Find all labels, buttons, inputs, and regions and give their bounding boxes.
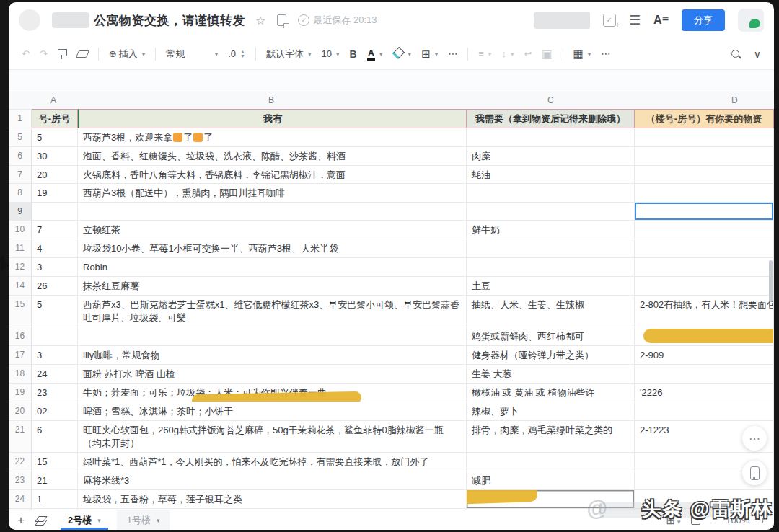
cell-c6[interactable]: 肉糜 <box>467 147 635 166</box>
header-cell-ineed[interactable]: 我需要（拿到物资后记得来删除哦） <box>467 109 635 128</box>
format-painter-icon[interactable] <box>58 52 67 56</box>
cell-a14[interactable]: 26 <box>32 277 78 296</box>
cell-a19[interactable]: 23 <box>32 384 78 402</box>
insert-button[interactable]: ⊕ 插入▾ <box>109 48 145 61</box>
bold-button[interactable]: B <box>350 48 357 60</box>
cell-d7[interactable] <box>635 166 774 185</box>
cell-a9[interactable] <box>32 203 78 221</box>
column-header-b[interactable]: B <box>268 95 274 105</box>
task-add-icon[interactable]: ✓ <box>603 14 616 27</box>
font-select[interactable]: 默认字体▾ <box>266 48 312 61</box>
cell-b5[interactable]: 西葫芦3根，欢迎来拿了了 <box>78 128 467 147</box>
wechat-icon[interactable] <box>738 9 764 32</box>
cell-c18[interactable]: 生姜 大葱 <box>467 365 635 384</box>
cell-b18[interactable]: 面粉 苏打水 啤酒 山楂 <box>78 365 467 384</box>
cell-b23[interactable]: 麻将米线*3 <box>78 471 467 490</box>
share-button[interactable]: 分享 <box>682 9 725 31</box>
font-color-button[interactable]: A▾ <box>367 48 383 61</box>
cell-c15[interactable]: 抽纸、大米、生姜、生辣椒 <box>467 296 635 328</box>
cell-c17[interactable]: 健身器材（哑铃弹力带之类） <box>467 346 635 365</box>
cell-a15[interactable]: 5 <box>32 296 78 328</box>
redo-icon[interactable]: ↷ <box>40 48 48 59</box>
cell-b21[interactable]: 旺旺夹心软面包，260g韩式拌饭海苔芝麻碎，50g干茉莉花茶，鲨鱼菲特0脂辣椒酱… <box>78 421 467 453</box>
cell-c9[interactable] <box>467 203 635 221</box>
cell-a6[interactable]: 30 <box>32 147 78 166</box>
cell-d5[interactable] <box>635 128 774 147</box>
cell-d15[interactable]: 2-802有抽纸，有大米！想要面包 <box>635 296 774 328</box>
column-header-d[interactable]: D <box>731 95 738 105</box>
header-cell-ihave[interactable]: 我有 <box>78 109 467 128</box>
cell-b14[interactable]: 抹茶红豆麻薯 <box>78 277 467 296</box>
cell-d8[interactable] <box>635 184 774 203</box>
cell-b9[interactable] <box>78 203 467 221</box>
header-cell-whohas[interactable]: （楼号-房号）有你要的物资 <box>635 109 774 128</box>
more-actions-fab[interactable]: ⋯ <box>742 426 767 451</box>
vertical-align-button[interactable]: ↕▾ <box>501 48 514 59</box>
collapse-toolbar-icon[interactable]: ∨ <box>754 48 761 60</box>
cell-d20[interactable] <box>635 402 774 421</box>
cell-b10[interactable]: 立顿红茶 <box>78 221 467 239</box>
cell-a5[interactable]: 5 <box>32 128 78 147</box>
decimal-stepper[interactable]: .0▲▼ <box>228 48 245 59</box>
cell-a16[interactable] <box>32 327 78 346</box>
cell-b7[interactable]: 火锅底料，香叶八角等大料，香锅底料，李锦记黑胡椒汁，意面 <box>78 166 467 185</box>
cell-b8[interactable]: 西葫芦3根（配送中），熏腊肉，隅田川挂耳咖啡 <box>78 184 467 203</box>
font-size-select[interactable]: 10▾ <box>322 48 340 59</box>
eraser-icon[interactable] <box>77 50 88 58</box>
cell-d11[interactable] <box>635 239 774 258</box>
menu-icon[interactable]: ☰ <box>629 12 641 28</box>
column-header-a[interactable]: A <box>50 95 56 105</box>
cell-d19[interactable]: '2226 <box>635 384 774 402</box>
cell-c10[interactable]: 鲜牛奶 <box>467 221 635 239</box>
cell-d10[interactable] <box>635 221 774 239</box>
sheet-tab-building2[interactable]: 2号楼▾ <box>58 510 111 530</box>
cell-b16[interactable] <box>78 327 467 346</box>
number-format-select[interactable]: 常规▾ <box>166 48 218 61</box>
cell-c5[interactable] <box>467 128 635 147</box>
cell-b20[interactable]: 啤酒；雪糕、冰淇淋；茶叶；小饼干 <box>78 402 467 421</box>
cell-a11[interactable]: 4 <box>32 239 78 258</box>
cell-b15[interactable]: 西葫芦x3、巴斯克熔岩芝士蛋糕x1、维它低糖柠檬红茶x3、早安巴黎小可颂、早安巴… <box>78 296 467 328</box>
text-style-icon[interactable]: A≡ <box>653 14 669 27</box>
cell-d6[interactable] <box>635 147 774 166</box>
cell-b6[interactable]: 泡面、香料、红糖馒头、垃圾袋、洗衣液、陈醋、沙茶酱、料酒 <box>78 147 467 166</box>
cell-c8[interactable] <box>467 184 635 203</box>
cell-a7[interactable]: 20 <box>32 166 78 185</box>
more-tools-icon[interactable]: ⋯ <box>601 48 610 59</box>
cell-d9[interactable] <box>635 203 774 221</box>
search-icon[interactable] <box>731 50 739 58</box>
star-icon[interactable]: ☆ <box>255 14 265 27</box>
cell-b11[interactable]: 垃圾袋10小卷、草莓1小框可交换一半、西葫芦3根、大米半袋 <box>78 239 467 258</box>
cell-a24[interactable]: 1 <box>32 490 78 509</box>
mobile-view-fab[interactable] <box>742 461 767 485</box>
cell-a18[interactable]: 24 <box>32 365 78 384</box>
add-sheet-button[interactable]: + <box>17 513 25 528</box>
text-wrap-button[interactable]: ↩ <box>524 48 532 59</box>
cell-a10[interactable]: 7 <box>32 221 78 239</box>
cell-b17[interactable]: illy咖啡，常规食物 <box>78 346 467 365</box>
cell-d12[interactable] <box>635 258 774 277</box>
sheet-tab-building1[interactable]: 1号楼▾ <box>117 510 170 530</box>
cell-d18[interactable] <box>635 365 774 384</box>
chart-button[interactable]: ▦▾ <box>573 48 591 61</box>
cell-c14[interactable]: 土豆 <box>467 277 635 296</box>
document-title[interactable]: 公寓物资交换，请谨慎转发 <box>52 12 245 29</box>
copy-page-icon[interactable] <box>277 14 286 26</box>
cell-b12[interactable]: Robin <box>78 258 467 277</box>
merge-cells-button[interactable]: ▣ <box>542 48 552 61</box>
cell-d17[interactable]: 2-909 <box>635 346 774 365</box>
align-button[interactable]: ≡▾ <box>478 48 491 59</box>
fill-color-button[interactable]: ▾ <box>393 48 412 59</box>
cell-b24[interactable]: 垃圾袋，五香粉，草莓，莲子银耳之类 <box>78 490 467 509</box>
cell-a20[interactable]: 02 <box>32 402 78 421</box>
cell-c19[interactable]: 橄榄油 或 黄油 或 植物油些许 <box>467 384 635 402</box>
cell-d16[interactable] <box>635 327 774 346</box>
cell-b19[interactable]: 牛奶；荞麦面；可乐；垃圾袋；大米；可为你即兴伴奏一曲 <box>78 384 467 402</box>
cell-a22[interactable]: 15 <box>32 453 78 471</box>
cell-b22[interactable]: 绿叶菜*1、西葫芦*1，今天刚买的，怕来不及吃完坏掉，有需要直接来取，放门外了 <box>78 453 467 471</box>
cell-a23[interactable]: 21 <box>32 471 78 490</box>
cell-a17[interactable]: 3 <box>32 346 78 365</box>
cell-a21[interactable]: 6 <box>32 421 78 453</box>
cell-c16[interactable]: 鸡蛋或新鲜肉、西红柿都可 <box>467 327 635 346</box>
cell-c22[interactable] <box>467 453 635 471</box>
